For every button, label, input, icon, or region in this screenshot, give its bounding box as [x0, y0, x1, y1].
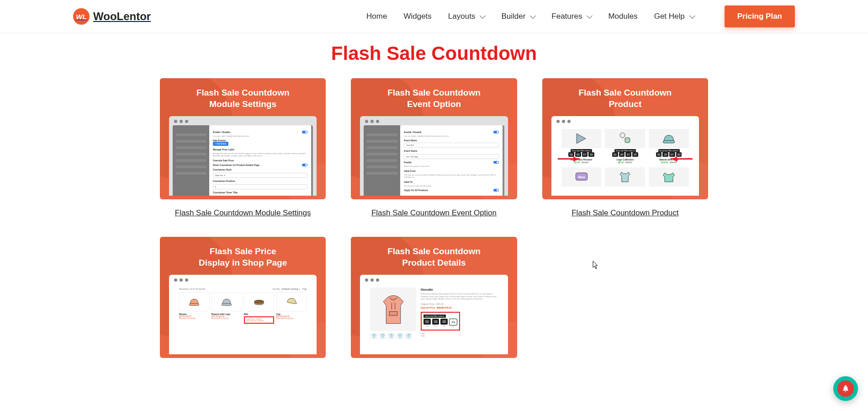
bell-icon [837, 380, 854, 397]
arrow-left-icon [671, 158, 693, 160]
shop-item: Belt Original Price : $55.00 Flash Sale … [244, 292, 275, 324]
thumbnail-icon: 👕 [379, 333, 386, 339]
shop-item: Beanie with Logo $15.00 $12.00 Flash Sal… [212, 292, 242, 324]
svg-text:Woo: Woo [578, 175, 585, 179]
product-name: Belt [244, 313, 275, 315]
nav-layouts-label: Layouts [448, 12, 476, 21]
manage-price-desc: Manage how you want the price label to a… [213, 153, 307, 157]
product-grid-preview: Hurry Up! Offer ends in 02200720 WordPre… [555, 125, 695, 196]
nav-builder[interactable]: Builder [501, 12, 535, 21]
card-caption-link[interactable]: Flash Sale Countdown Module Settings [160, 208, 326, 218]
settings-sidebar [173, 125, 209, 196]
nav-widgets[interactable]: Widgets [403, 12, 431, 21]
date-input: mm / dd / yyyy [404, 154, 498, 159]
countdown-style-label: Countdown Style [213, 168, 232, 171]
special-price: Special Price : $42.00 $45.00 [421, 306, 498, 309]
toggle-icon [493, 161, 499, 164]
valid-from-desc: The date this event should be enabled. P… [404, 174, 498, 179]
settings-modal-preview: Enable / Disable You can enable / disabl… [173, 125, 313, 196]
svg-marker-0 [577, 134, 586, 144]
countdown-label: Hurry Up! Offer ends in [423, 315, 446, 318]
card-shop-page-body[interactable]: Flash Sale PriceDisplay in Shop Page Sho… [160, 237, 326, 358]
cards-grid: Flash Sale CountdownModule Settings Enab… [160, 78, 708, 358]
product-options: LogoColor [421, 332, 498, 337]
card-product-body[interactable]: Flash Sale CountdownProduct Hurry Up! Of… [542, 78, 708, 199]
card-module-settings-body[interactable]: Flash Sale CountdownModule Settings Enab… [160, 78, 326, 199]
product-cell [605, 167, 645, 187]
add-event-button: + Add Event [213, 142, 228, 146]
notification-fab[interactable] [833, 376, 858, 401]
nav-features[interactable]: Features [551, 12, 592, 21]
product-cap-icon [276, 292, 307, 311]
nav-modules[interactable]: Modules [608, 12, 637, 21]
event-start-label: Event Starts [404, 149, 417, 152]
product-title: Hoodie [421, 288, 498, 292]
primary-nav: Home Widgets Layouts Builder Features Mo… [366, 5, 795, 27]
product-info: Hoodie Pellentesque habitant morbi trist… [421, 288, 498, 353]
countdown-badge: 02200720 [649, 152, 689, 157]
pricing-plan-button[interactable]: Pricing Plan [725, 5, 795, 27]
product-beanie-gray-icon [212, 292, 242, 311]
product-thumbnails: 👕👕👕👕👕 [370, 333, 416, 339]
card-preview: Enable / Disable You can enable / disabl… [360, 116, 508, 196]
window-dots-icon [364, 278, 504, 284]
select-input: Style Two ▾ [213, 173, 307, 178]
product-cell: Hurry Up! Offer ends in 02200720 Logo Co… [605, 129, 645, 164]
svg-point-1 [620, 133, 625, 138]
card-product: Flash Sale CountdownProduct Hurry Up! Of… [542, 78, 708, 218]
svg-rect-10 [389, 311, 397, 315]
thumbnail-icon: 👕 [405, 333, 412, 339]
card-product-details-body[interactable]: Flash Sale CountdownProduct Details 👕👕👕👕… [351, 237, 517, 358]
flash-price: Flash Sale Price $16.00 [276, 318, 307, 320]
enable-disable-label: Enable / Disable [213, 131, 230, 133]
card-preview: Showing 1–8 of 75 results Sort By : Defa… [169, 275, 317, 354]
shop-item: Beanie $10.00 $9.00 Flash Sale Price $9.… [179, 292, 210, 324]
override-sale-label: Override Sale Price [213, 159, 234, 162]
valid-to-label: Valid To [404, 181, 413, 183]
select-input: ▾ [213, 184, 307, 189]
card-event-option-body[interactable]: Flash Sale CountdownEvent Option Enable … [351, 78, 517, 199]
shop-header: Showing 1–8 of 75 results Sort By : Defa… [179, 288, 307, 290]
flash-price-highlight: Original Price : $55.00 Flash Sale Price… [244, 316, 275, 324]
window-dots-icon [173, 120, 313, 125]
toggle-icon [302, 131, 307, 133]
countdown-highlight-box: Hurry Up! Offer ends in 02Days 20Hours 0… [421, 312, 460, 331]
flash-price: Flash Sale Price $12.00 [212, 318, 242, 320]
page-title: Flash Sale Countdown [0, 43, 868, 64]
brand-logo[interactable]: WL WooLentor [73, 8, 151, 25]
apply-all-label: Apply On All Products [404, 189, 428, 192]
card-title: Flash Sale PriceDisplay in Shop Page [169, 246, 317, 268]
results-text: Showing 1–8 of 75 results [179, 288, 206, 290]
manage-price-label: Manage Price Label [213, 148, 234, 151]
product-description: Pellentesque habitant morbi tristique se… [421, 293, 498, 300]
card-title: Flash Sale CountdownModule Settings [169, 87, 317, 110]
thumbnail-icon: 👕 [396, 333, 403, 339]
product-woo-icon: Woo [561, 167, 602, 187]
sort-value: Default sorting [282, 288, 298, 290]
svg-rect-7 [222, 304, 232, 306]
nav-home[interactable]: Home [366, 12, 387, 21]
window-dots-icon [173, 278, 313, 284]
show-countdown-label: Show Countdown On Product Details Page [213, 164, 259, 166]
card-title: Flash Sale CountdownProduct [551, 87, 699, 110]
product-cell: Woo [561, 167, 602, 187]
arrow-right-icon [558, 158, 580, 160]
enable-disable-label: Enable / Disable [404, 131, 421, 133]
nav-gethelp-label: Get Help [654, 12, 685, 21]
countdown-badge: 02200720 [605, 152, 645, 157]
nav-gethelp[interactable]: Get Help [654, 12, 694, 21]
product-beanie-icon [649, 129, 689, 148]
thumbnail-icon: 👕 [387, 333, 395, 339]
nav-layouts[interactable]: Layouts [448, 12, 485, 21]
card-shop-page: Flash Sale PriceDisplay in Shop Page Sho… [160, 237, 326, 358]
card-preview: 👕👕👕👕👕 Hoodie Pellentesque habitant morbi… [360, 275, 508, 354]
card-caption-link[interactable]: Flash Sale Countdown Event Option [351, 208, 517, 218]
product-sleeve-icon [649, 167, 689, 187]
card-caption-link[interactable]: Flash Sale Countdown Product [542, 208, 708, 218]
sort-label: Sort By : [273, 288, 281, 290]
product-hoodie-icon [370, 288, 416, 331]
toggle-icon [493, 131, 499, 133]
product-cell [649, 167, 689, 187]
svg-point-9 [254, 300, 264, 304]
card-product-details: Flash Sale CountdownProduct Details 👕👕👕👕… [351, 237, 517, 358]
